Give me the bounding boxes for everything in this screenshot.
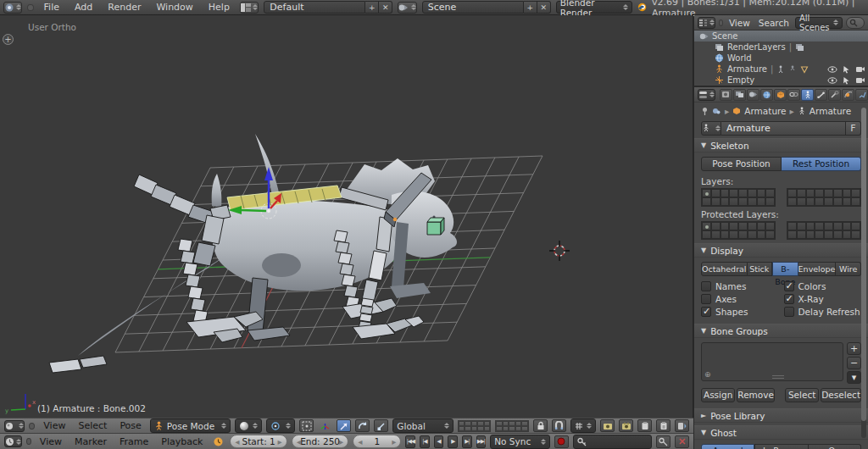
insert-keyframe-icon[interactable]	[656, 435, 670, 448]
ghost-panel-header[interactable]: ▼ Ghost	[694, 425, 868, 440]
outliner-item-scene[interactable]: Scene	[694, 30, 868, 42]
layer-cell[interactable]	[748, 197, 757, 206]
layer-cell[interactable]	[824, 197, 833, 206]
bone-groups-list[interactable]: ⊕	[701, 342, 843, 381]
current-frame-slider[interactable]: 1	[353, 435, 401, 448]
layer-cell[interactable]	[711, 222, 721, 230]
render-engine-dropdown[interactable]: Blender Render	[556, 1, 632, 14]
shapes-checkbox[interactable]: Shapes	[701, 307, 779, 317]
layer-cell[interactable]	[702, 230, 711, 239]
menu-add[interactable]: Add	[70, 2, 97, 13]
remove-bone-group-button[interactable]: −	[847, 357, 861, 369]
play-button[interactable]: ▶	[448, 435, 458, 448]
layer-cell[interactable]	[843, 222, 852, 230]
header-collapse-icon[interactable]	[26, 438, 31, 445]
outliner-search-box[interactable]	[846, 17, 865, 29]
add-scene-button[interactable]: +	[524, 1, 537, 14]
timeline-menu-playback[interactable]: Playback	[157, 436, 207, 447]
layer-cell[interactable]	[738, 230, 748, 239]
breadcrumb-data[interactable]: Armature	[810, 106, 851, 116]
scene-name-field[interactable]: Scene	[422, 1, 524, 14]
layer-cell[interactable]	[824, 222, 833, 230]
tab-render[interactable]	[720, 89, 732, 101]
layer-cell[interactable]	[851, 197, 860, 206]
layer-cell[interactable]	[521, 426, 528, 431]
view3d-menu-select[interactable]: Select	[74, 420, 111, 431]
armature-layers-grid-2[interactable]	[787, 188, 861, 207]
axes-checkbox[interactable]: Axes	[701, 294, 779, 304]
tab-world[interactable]	[760, 89, 773, 101]
outliner-editor-dropdown[interactable]	[698, 17, 715, 29]
properties-editor-dropdown[interactable]	[698, 89, 715, 101]
add-bone-group-button[interactable]: +	[847, 342, 861, 355]
add-layout-button[interactable]: +	[365, 1, 379, 14]
xray-checkbox[interactable]: X-Ray	[784, 294, 862, 304]
mode-dropdown[interactable]: Pose Mode	[150, 419, 231, 433]
layer-cell[interactable]	[729, 189, 738, 197]
visible-layers-grid-1[interactable]	[458, 420, 492, 432]
delay-refresh-checkbox[interactable]: Delay Refresh	[784, 307, 862, 317]
layer-cell[interactable]	[757, 197, 766, 206]
layer-cell[interactable]	[721, 222, 730, 230]
layer-cell[interactable]	[721, 189, 730, 197]
header-collapse-icon[interactable]	[27, 4, 33, 11]
layer-cell[interactable]	[757, 230, 766, 239]
transform-orientation-dropdown[interactable]: Global	[392, 419, 453, 433]
tab-object[interactable]	[774, 89, 787, 101]
layer-cell[interactable]	[721, 230, 730, 239]
outliner-menu-search[interactable]: Search	[756, 18, 792, 28]
tab-physics[interactable]	[842, 89, 854, 101]
layer-cell[interactable]	[729, 230, 738, 239]
layer-cell[interactable]	[806, 197, 815, 206]
jump-to-end-button[interactable]: ▶▶|	[476, 435, 487, 448]
layer-cell[interactable]	[815, 222, 824, 230]
timeline-menu-frame[interactable]: Frame	[115, 436, 153, 447]
layer-cell[interactable]	[815, 230, 824, 239]
layer-cell[interactable]	[477, 426, 484, 431]
pin-icon[interactable]	[701, 107, 709, 116]
jump-next-keyframe-button[interactable]: ▶|	[462, 435, 472, 448]
layer-cell[interactable]	[797, 230, 806, 239]
layer-cell[interactable]	[738, 197, 748, 206]
delete-keyframe-icon[interactable]	[675, 435, 689, 448]
render-opengl-anim-icon[interactable]	[619, 419, 633, 432]
tab-render-layers[interactable]	[733, 89, 746, 101]
bone-group-specials-button[interactable]: ▾	[847, 371, 861, 384]
viewport-shading-dropdown[interactable]	[235, 419, 262, 433]
armature-layers-grid-1[interactable]	[701, 188, 776, 207]
layer-cell[interactable]	[484, 426, 491, 431]
select-button[interactable]: Select	[785, 388, 819, 402]
protected-layers-grid-1[interactable]	[701, 221, 776, 240]
layer-cell[interactable]	[833, 230, 843, 239]
play-reverse-button[interactable]: ◀	[434, 435, 444, 448]
layer-cell[interactable]	[509, 426, 515, 431]
timeline-editor-dropdown[interactable]	[4, 435, 22, 447]
layer-cell[interactable]	[851, 222, 860, 230]
tab-particles[interactable]	[855, 89, 868, 101]
layer-cell[interactable]	[797, 197, 806, 206]
layer-cell[interactable]	[702, 222, 711, 230]
layer-cell[interactable]	[711, 197, 721, 206]
screen-layout-icon[interactable]	[240, 2, 259, 14]
manipulator-axis-icon[interactable]	[318, 419, 332, 432]
layer-cell[interactable]	[787, 230, 797, 239]
layer-cell[interactable]	[765, 197, 775, 206]
rotate-manipulator-icon[interactable]	[355, 419, 370, 432]
breadcrumb-object[interactable]: Armature	[744, 106, 786, 116]
layer-cell[interactable]	[471, 426, 478, 431]
layer-cell[interactable]	[729, 222, 738, 230]
scene-selector-icon[interactable]	[398, 2, 416, 14]
visibility-eye-icon[interactable]	[827, 77, 837, 84]
layer-cell[interactable]	[748, 222, 757, 230]
assign-button[interactable]: Assign	[701, 388, 735, 402]
manipulator-toggle-icon[interactable]	[299, 419, 314, 432]
layer-cell[interactable]	[843, 230, 852, 239]
layer-cell[interactable]	[721, 197, 730, 206]
skeleton-panel-header[interactable]: ▼ Skeleton	[694, 138, 868, 152]
mode-envelope-button[interactable]: Envelope	[798, 262, 837, 276]
frame-start-slider[interactable]: Start: 1	[230, 435, 287, 448]
properties-scrollbar[interactable]	[861, 108, 866, 438]
layer-cell[interactable]	[815, 197, 824, 206]
paste-pose-icon[interactable]	[656, 419, 670, 432]
mode-bbone-button[interactable]: B-Bone	[772, 262, 798, 276]
